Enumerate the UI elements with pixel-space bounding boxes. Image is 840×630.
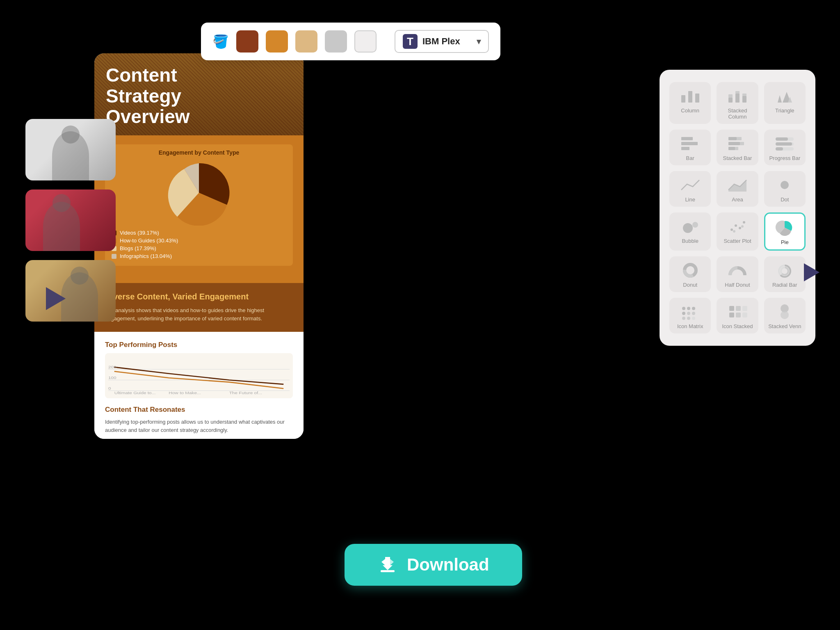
svg-rect-38 bbox=[728, 137, 737, 140]
svg-text:How to Make...: How to Make... bbox=[169, 391, 201, 395]
legend-item-videos: Videos (39.17%) bbox=[112, 230, 286, 236]
dot-icon bbox=[774, 177, 795, 193]
chart-type-stacked-venn[interactable]: Stacked Venn bbox=[764, 298, 806, 333]
stacked-column-label: Stacked Column bbox=[720, 107, 755, 120]
card-image-2 bbox=[25, 189, 116, 251]
icon-matrix-label: Icon Matrix bbox=[677, 323, 703, 329]
svg-point-67 bbox=[692, 307, 695, 310]
bubble-label: Bubble bbox=[682, 238, 698, 244]
chart-type-half-donut[interactable]: Half Donut bbox=[717, 256, 758, 292]
legend-item-howto: How-to Guides (30.43%) bbox=[112, 237, 286, 244]
chart-type-column[interactable]: Column bbox=[669, 82, 711, 124]
svg-point-57 bbox=[733, 230, 735, 233]
dark-section-text: Our analysis shows that videos and how-t… bbox=[105, 306, 293, 323]
half-donut-label: Half Donut bbox=[725, 282, 750, 288]
legend-item-blogs: Blogs (17.39%) bbox=[112, 245, 286, 251]
infographic-title: ContentStrategyOverview bbox=[106, 65, 292, 127]
color-swatch-tan[interactable] bbox=[295, 30, 317, 52]
svg-rect-40 bbox=[728, 142, 740, 145]
chart-type-icon-matrix[interactable]: Icon Matrix bbox=[669, 298, 711, 333]
bar-icon bbox=[680, 135, 701, 152]
resonates-heading: Content That Resonates bbox=[105, 406, 293, 414]
chart-type-icon-stacked[interactable]: Icon Stacked bbox=[717, 298, 758, 333]
paint-icon[interactable]: 🪣 bbox=[212, 34, 229, 49]
font-picker[interactable]: T IBM Plex ▾ bbox=[395, 30, 489, 53]
font-t-icon: T bbox=[403, 34, 418, 49]
pie-legend: Videos (39.17%) How-to Guides (30.43%) B… bbox=[112, 230, 286, 259]
chart-type-line[interactable]: Line bbox=[669, 171, 711, 207]
svg-point-69 bbox=[687, 312, 690, 315]
pie-icon bbox=[774, 219, 795, 236]
chart-type-stacked-column[interactable]: Stacked Column bbox=[717, 82, 758, 124]
svg-rect-23 bbox=[681, 95, 685, 103]
person-body-1 bbox=[52, 131, 89, 180]
chart-type-pie[interactable]: Pie bbox=[764, 212, 806, 251]
svg-point-66 bbox=[687, 307, 690, 310]
svg-point-72 bbox=[687, 317, 690, 320]
column-label: Column bbox=[681, 107, 699, 114]
infographic-dark-section: Diverse Content, Varied Engagement Our a… bbox=[94, 283, 304, 332]
area-label: Area bbox=[732, 196, 743, 203]
svg-point-55 bbox=[739, 227, 741, 229]
svg-rect-75 bbox=[729, 313, 734, 317]
legend-label-videos: Videos (39.17%) bbox=[120, 230, 159, 236]
chart-type-radial-bar[interactable]: Radial Bar bbox=[764, 256, 806, 292]
color-swatch-dark-brown[interactable] bbox=[236, 30, 258, 52]
half-donut-icon bbox=[727, 262, 748, 278]
bar-label: Bar bbox=[686, 155, 694, 161]
svg-rect-77 bbox=[736, 313, 741, 317]
svg-point-52 bbox=[692, 222, 698, 228]
scatter-icon bbox=[727, 218, 748, 235]
chart-type-progress-bar[interactable]: Progress Bar bbox=[764, 130, 806, 165]
chart-type-bubble[interactable]: Bubble bbox=[669, 212, 711, 251]
dark-section-headline: Diverse Content, Varied Engagement bbox=[105, 292, 293, 301]
svg-point-68 bbox=[682, 312, 685, 315]
color-swatch-orange[interactable] bbox=[266, 30, 288, 52]
svg-rect-42 bbox=[728, 147, 735, 150]
chart-type-scatter[interactable]: Scatter Plot bbox=[717, 212, 758, 251]
svg-text:100: 100 bbox=[108, 376, 116, 380]
svg-rect-31 bbox=[742, 94, 746, 96]
donut-label: Donut bbox=[683, 282, 697, 288]
svg-point-70 bbox=[692, 312, 695, 315]
svg-rect-37 bbox=[681, 147, 689, 150]
line-chart-svg: Ultimate Guide to... How to Make... The … bbox=[108, 356, 290, 395]
person-body-3 bbox=[61, 272, 98, 322]
stacked-venn-label: Stacked Venn bbox=[768, 323, 801, 329]
chart-type-area[interactable]: Area bbox=[717, 171, 758, 207]
resonates-text: Identifying top-performing posts allows … bbox=[105, 418, 293, 434]
infographic-orange-section: Engagement by Content Type Video bbox=[94, 135, 304, 283]
chart-type-bar[interactable]: Bar bbox=[669, 130, 711, 165]
icon-stacked-label: Icon Stacked bbox=[722, 323, 753, 329]
color-swatch-light-gray[interactable] bbox=[325, 30, 347, 52]
download-button[interactable]: Download bbox=[345, 544, 522, 586]
stacked-bar-icon bbox=[727, 135, 748, 152]
svg-point-71 bbox=[682, 317, 685, 320]
svg-point-54 bbox=[735, 224, 737, 227]
svg-rect-47 bbox=[776, 142, 792, 146]
chart-type-donut[interactable]: Donut bbox=[669, 256, 711, 292]
svg-rect-78 bbox=[742, 306, 747, 311]
infographic-header: ContentStrategyOverview bbox=[94, 53, 304, 135]
progress-bar-label: Progress Bar bbox=[769, 155, 800, 161]
chart-type-stacked-bar[interactable]: Stacked Bar bbox=[717, 130, 758, 165]
scatter-label: Scatter Plot bbox=[724, 238, 751, 244]
donut-icon bbox=[680, 262, 701, 278]
stacked-venn-icon bbox=[774, 304, 795, 320]
color-swatch-off-white[interactable] bbox=[354, 30, 377, 52]
svg-rect-25 bbox=[695, 94, 699, 103]
play-cursor-icon bbox=[46, 287, 66, 310]
stacked-bar-label: Stacked Bar bbox=[723, 155, 752, 161]
chart-type-triangle[interactable]: Triangle bbox=[764, 82, 806, 124]
card-image-1 bbox=[25, 119, 116, 180]
svg-text:Ultimate Guide to...: Ultimate Guide to... bbox=[114, 391, 156, 395]
font-name: IBM Plex bbox=[422, 36, 460, 47]
area-icon bbox=[727, 177, 748, 193]
triangle-label: Triangle bbox=[775, 107, 794, 114]
svg-rect-29 bbox=[735, 91, 740, 94]
svg-text:200: 200 bbox=[108, 365, 116, 369]
svg-rect-30 bbox=[742, 96, 746, 103]
svg-marker-86 bbox=[383, 565, 393, 570]
svg-rect-24 bbox=[688, 91, 692, 103]
chart-type-dot[interactable]: Dot bbox=[764, 171, 806, 207]
